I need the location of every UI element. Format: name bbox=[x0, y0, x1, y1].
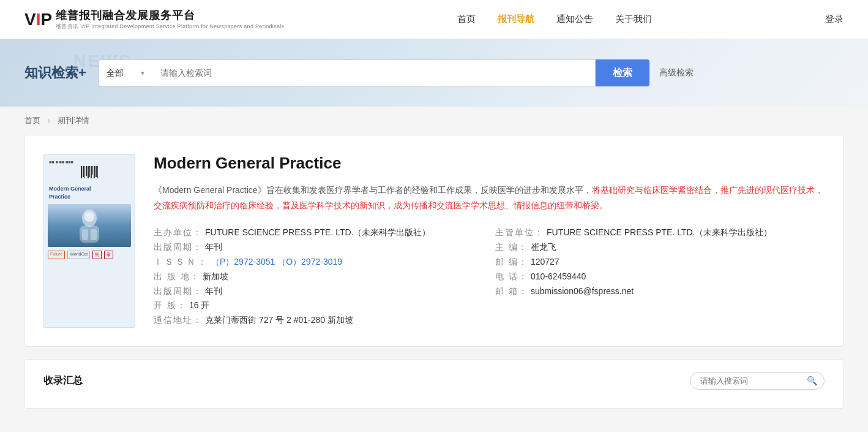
collection-section: 收录汇总 🔍 bbox=[24, 359, 844, 409]
value-email: submission06@fspress.net bbox=[531, 284, 634, 299]
collection-header: 收录汇总 🔍 bbox=[43, 372, 825, 390]
label-address: 通信地址： bbox=[154, 313, 203, 328]
value-supervisor: FUTURE SCIENCE PRESS PTE. LTD.（未来科学出版社） bbox=[547, 225, 772, 240]
journal-inner: ■■ ■ ■■ ■■■ bbox=[43, 154, 825, 328]
value-phone: 010-62459440 bbox=[531, 270, 586, 284]
breadcrumb-home[interactable]: 首页 bbox=[24, 116, 40, 125]
label-frequency2: 出版周期： bbox=[154, 284, 203, 299]
advanced-search-link[interactable]: 高级检索 bbox=[659, 67, 694, 78]
svg-rect-3 bbox=[91, 229, 97, 240]
info-right-col: 主管单位： FUTURE SCIENCE PRESS PTE. LTD.（未来科… bbox=[495, 225, 825, 328]
journal-title: Modern General Practice bbox=[154, 154, 825, 173]
breadcrumb-current: 期刊详情 bbox=[58, 116, 89, 125]
nav-navigation[interactable]: 报刊导航 bbox=[498, 13, 534, 25]
label-issn: ＩＳＳＮ： bbox=[154, 255, 209, 270]
info-row-frequency2: 出版周期： 年刊 bbox=[154, 284, 483, 299]
breadcrumb-separator: › bbox=[48, 116, 50, 125]
info-row-size: 开 版： 16 开 bbox=[154, 298, 483, 313]
logo-text-block: 维普报刊融合发展服务平台 维普资讯 VIP Integrated Develop… bbox=[56, 8, 284, 31]
cover-image bbox=[48, 204, 131, 247]
logo-p: P bbox=[40, 10, 52, 29]
nav-links: 首页 报刊导航 通知公告 关于我们 bbox=[457, 13, 652, 25]
nav-notice[interactable]: 通知公告 bbox=[556, 13, 593, 25]
label-supervisor: 主管单位： bbox=[495, 225, 544, 240]
logo-icon: VIP bbox=[24, 11, 52, 28]
desc-highlight: 将基础研究与临床医学紧密结合，推广先进的现代医疗技术，交流疾病预防和治疗的临床经… bbox=[154, 185, 823, 210]
logo-sub-text: 维普资讯 VIP Integrated Development Service … bbox=[56, 23, 284, 31]
label-email: 邮 箱： bbox=[495, 284, 528, 299]
header: VIP 维普报刊融合发展服务平台 维普资讯 VIP Integrated Dev… bbox=[0, 0, 868, 39]
value-frequency1: 年刊 bbox=[205, 240, 222, 255]
label-postal: 邮 编： bbox=[495, 255, 528, 270]
label-frequency1: 出版周期： bbox=[154, 240, 203, 255]
cover-illustration bbox=[71, 206, 108, 246]
cover-logo-extra: 刊 bbox=[92, 251, 102, 259]
cover-title: Modern General Practice bbox=[44, 183, 135, 203]
label-editor: 主 编： bbox=[495, 240, 528, 255]
search-banner: 知识检索+ 全部 题名 作者 关键词 摘要 ▼ 检索 高级检索 bbox=[0, 39, 868, 107]
cover-logo-extra2: 录 bbox=[104, 251, 113, 259]
svg-point-4 bbox=[84, 212, 94, 222]
label-sponsor: 主办单位： bbox=[154, 225, 203, 240]
nav-home[interactable]: 首页 bbox=[457, 13, 476, 25]
info-row-phone: 电 话： 010-62459440 bbox=[495, 270, 825, 284]
journal-card: ■■ ■ ■■ ■■■ bbox=[24, 135, 844, 347]
logo-main-text: 维普报刊融合发展服务平台 bbox=[56, 8, 284, 23]
info-row-issn: ＩＳＳＮ： （P）2972-3051 （O）2972-3019 bbox=[154, 255, 483, 270]
search-select-wrapper: 全部 题名 作者 关键词 摘要 ▼ bbox=[99, 59, 151, 86]
label-phone: 电 话： bbox=[495, 270, 528, 284]
value-size: 16 开 bbox=[189, 298, 209, 313]
label-size: 开 版： bbox=[154, 298, 187, 313]
info-row-frequency1: 出版周期： 年刊 bbox=[154, 240, 483, 255]
collection-title: 收录汇总 bbox=[43, 374, 83, 387]
label-place: 出 版 地： bbox=[154, 270, 200, 284]
info-row-postal: 邮 编： 120727 bbox=[495, 255, 825, 270]
info-left-col: 主办单位： FUTURE SCIENCE PRESS PTE. LTD.（未来科… bbox=[154, 225, 483, 328]
journal-cover: ■■ ■ ■■ ■■■ bbox=[43, 154, 135, 328]
cover-logos: Future WorldCat 刊 录 bbox=[44, 248, 135, 262]
info-row-supervisor: 主管单位： FUTURE SCIENCE PRESS PTE. LTD.（未来科… bbox=[495, 225, 825, 240]
value-frequency2: 年刊 bbox=[205, 284, 222, 299]
collection-search-wrapper: 🔍 bbox=[690, 372, 825, 390]
cover-logo-worldcat: WorldCat bbox=[67, 251, 90, 259]
info-row-sponsor: 主办单位： FUTURE SCIENCE PRESS PTE. LTD.（未来科… bbox=[154, 225, 483, 240]
logo-v: V bbox=[24, 10, 36, 29]
journal-info: Modern General Practice 《Modern General … bbox=[154, 154, 825, 328]
info-row-place: 出 版 地： 新加坡 bbox=[154, 270, 483, 284]
search-form: 全部 题名 作者 关键词 摘要 ▼ 检索 bbox=[99, 59, 649, 86]
info-row-email: 邮 箱： submission06@fspress.net bbox=[495, 284, 825, 299]
value-issn: （P）2972-3051 （O）2972-3019 bbox=[211, 255, 342, 270]
value-editor: 崔龙飞 bbox=[531, 240, 556, 255]
info-row-editor: 主 编： 崔龙飞 bbox=[495, 240, 825, 255]
cover-logo-future: Future bbox=[48, 251, 65, 259]
cover-barcode-area: ■■ ■ ■■ ■■■ bbox=[44, 154, 135, 183]
svg-rect-2 bbox=[82, 229, 88, 240]
collection-search-input[interactable] bbox=[690, 372, 825, 390]
info-row-address: 通信地址： 克莱门蒂西街 727 号 2 #01-280 新加坡 bbox=[154, 313, 483, 328]
search-label: 知识检索+ bbox=[24, 64, 86, 82]
search-category-select[interactable]: 全部 题名 作者 关键词 摘要 bbox=[99, 59, 151, 86]
search-button[interactable]: 检索 bbox=[596, 59, 649, 86]
value-postal: 120727 bbox=[531, 255, 559, 270]
breadcrumb: 首页 › 期刊详情 bbox=[0, 107, 868, 135]
journal-info-grid: 主办单位： FUTURE SCIENCE PRESS PTE. LTD.（未来科… bbox=[154, 225, 825, 328]
value-address: 克莱门蒂西街 727 号 2 #01-280 新加坡 bbox=[205, 313, 353, 328]
logo-area: VIP 维普报刊融合发展服务平台 维普资讯 VIP Integrated Dev… bbox=[24, 8, 284, 31]
nav-about[interactable]: 关于我们 bbox=[615, 13, 652, 25]
main-content: ■■ ■ ■■ ■■■ bbox=[0, 135, 868, 421]
barcode-lines bbox=[47, 166, 132, 178]
value-place: 新加坡 bbox=[203, 270, 228, 284]
search-icon: 🔍 bbox=[807, 376, 817, 385]
search-input[interactable] bbox=[151, 59, 596, 86]
journal-description: 《Modern General Practice》旨在收集和发表医疗界学者与工作… bbox=[154, 183, 825, 213]
value-sponsor: FUTURE SCIENCE PRESS PTE. LTD.（未来科学出版社） bbox=[205, 225, 430, 240]
login-button[interactable]: 登录 bbox=[825, 13, 844, 25]
